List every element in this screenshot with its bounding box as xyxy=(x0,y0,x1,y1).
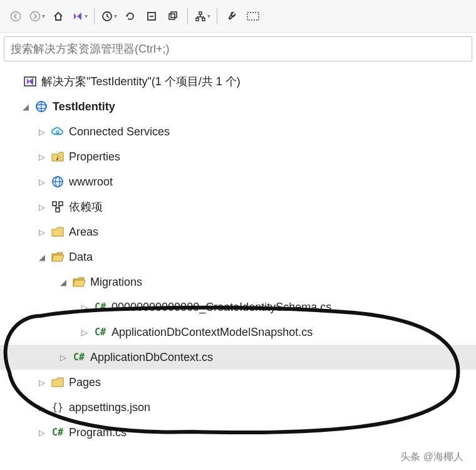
svg-rect-20 xyxy=(53,202,56,206)
expander-icon[interactable]: ◢ xyxy=(58,278,69,287)
expander-icon[interactable]: ▷ xyxy=(36,127,48,137)
tree-node-dependencies[interactable]: ▷ 依赖项 xyxy=(0,194,476,219)
forward-button[interactable] xyxy=(28,7,46,26)
tree-node-connected-services[interactable]: ▷ Connected Services xyxy=(0,119,476,144)
properties-button[interactable] xyxy=(222,7,241,26)
node-label: Pages xyxy=(69,376,101,389)
node-label: ApplicationDbContextModelSnapshot.cs xyxy=(111,326,313,339)
tree-node-program[interactable]: ▷ C# Program.cs xyxy=(0,420,476,445)
separator-icon xyxy=(94,8,95,24)
node-label: Data xyxy=(69,251,93,264)
expander-icon[interactable]: ▷ xyxy=(36,428,48,437)
solution-label: 解决方案"TestIdentity"(1 个项目/共 1 个) xyxy=(41,74,241,89)
solution-tree: 解决方案"TestIdentity"(1 个项目/共 1 个) ◢ TestId… xyxy=(0,65,476,449)
svg-rect-22 xyxy=(56,208,59,212)
preview-button[interactable] xyxy=(244,7,262,26)
svg-rect-5 xyxy=(169,14,175,19)
svg-rect-8 xyxy=(196,18,199,21)
expander-icon[interactable]: ◢ xyxy=(20,102,31,112)
tree-node-migration-file[interactable]: ▷ C# 00000000000000_CreateIdentitySchema… xyxy=(0,295,476,320)
tree-node-wwwroot[interactable]: ▷ wwwroot xyxy=(0,169,476,194)
refresh-button[interactable] xyxy=(121,7,140,26)
tree-node-migration-file[interactable]: ▷ C# ApplicationDbContextModelSnapshot.c… xyxy=(0,320,476,345)
pending-changes-button[interactable] xyxy=(100,7,118,26)
csharp-icon: C# xyxy=(93,300,108,315)
separator-icon xyxy=(187,8,188,24)
cloud-icon xyxy=(50,124,65,139)
svg-rect-21 xyxy=(59,202,63,206)
expander-icon[interactable]: ▷ xyxy=(36,403,48,412)
expander-icon[interactable]: ▷ xyxy=(36,227,48,237)
tree-node-appsettings[interactable]: ▷ {} appsettings.json xyxy=(0,395,476,420)
globe-icon xyxy=(50,174,65,189)
folder-icon xyxy=(50,375,65,390)
svg-rect-10 xyxy=(247,13,259,20)
node-label: Areas xyxy=(69,226,98,239)
expander-icon[interactable]: ◢ xyxy=(36,253,48,262)
folder-open-icon xyxy=(71,274,86,290)
expander-icon[interactable]: ▷ xyxy=(79,303,90,312)
csharp-icon: C# xyxy=(71,350,86,365)
tree-node-dbcontext[interactable]: ▷ C# ApplicationDbContext.cs xyxy=(0,345,476,370)
node-label: Migrations xyxy=(90,276,142,289)
svg-point-0 xyxy=(11,11,21,21)
svg-point-1 xyxy=(30,11,39,21)
expander-icon[interactable]: ▷ xyxy=(36,177,48,187)
svg-rect-7 xyxy=(199,12,202,14)
node-label: 00000000000000_CreateIdentitySchema.cs xyxy=(111,301,331,314)
toolbar xyxy=(0,0,476,33)
csharp-icon: C# xyxy=(50,425,65,440)
show-all-button[interactable] xyxy=(163,7,182,26)
hierarchy-button[interactable] xyxy=(193,7,212,26)
back-button[interactable] xyxy=(6,7,25,26)
csharp-icon: C# xyxy=(93,325,108,340)
search-input[interactable] xyxy=(11,43,465,56)
tree-node-properties[interactable]: ▷ Properties xyxy=(0,144,476,169)
solution-icon xyxy=(23,74,38,89)
tree-node-migrations[interactable]: ◢ Migrations xyxy=(0,269,476,295)
node-label: appsettings.json xyxy=(69,401,150,414)
svg-rect-9 xyxy=(202,18,205,21)
node-label: 依赖项 xyxy=(69,199,103,214)
svg-point-15 xyxy=(56,131,59,133)
expander-icon[interactable]: ▷ xyxy=(36,202,48,212)
expander-icon[interactable]: ▷ xyxy=(58,353,69,362)
node-label: Properties xyxy=(69,150,120,164)
separator-icon xyxy=(217,8,217,24)
svg-rect-6 xyxy=(171,12,177,18)
expander-icon[interactable]: ▷ xyxy=(36,152,48,162)
node-label: wwwroot xyxy=(69,175,113,189)
solution-node[interactable]: 解决方案"TestIdentity"(1 个项目/共 1 个) xyxy=(0,69,476,94)
dependencies-icon xyxy=(50,199,65,214)
folder-open-icon xyxy=(50,249,65,264)
home-button[interactable] xyxy=(49,7,68,26)
vs-icon[interactable] xyxy=(70,7,89,26)
expander-icon[interactable]: ▷ xyxy=(36,378,48,387)
node-label: ApplicationDbContext.cs xyxy=(90,351,213,364)
node-label: Program.cs xyxy=(69,426,127,439)
project-icon xyxy=(34,99,49,114)
tree-node-data[interactable]: ◢ Data xyxy=(0,244,476,269)
collapse-button[interactable] xyxy=(142,7,161,26)
expander-icon[interactable]: ▷ xyxy=(79,328,90,337)
tree-node-areas[interactable]: ▷ Areas xyxy=(0,219,476,244)
watermark: 头条 @海椰人 xyxy=(400,451,463,464)
project-node[interactable]: ◢ TestIdentity xyxy=(0,94,476,119)
json-icon: {} xyxy=(50,400,65,415)
wrench-icon xyxy=(50,149,65,164)
folder-icon xyxy=(50,224,65,239)
tree-node-pages[interactable]: ▷ Pages xyxy=(0,370,476,395)
search-box[interactable] xyxy=(4,36,472,61)
node-label: Connected Services xyxy=(69,125,170,138)
project-label: TestIdentity xyxy=(53,100,115,113)
